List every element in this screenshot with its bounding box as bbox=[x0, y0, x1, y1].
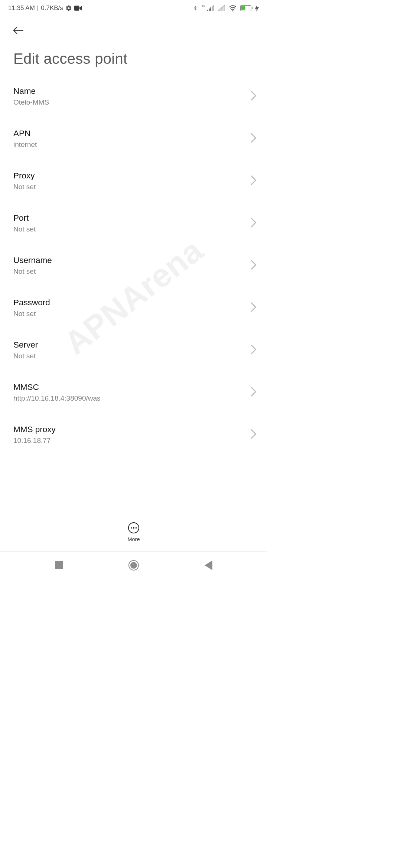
battery-icon: 38 bbox=[240, 5, 251, 11]
more-label: More bbox=[127, 536, 140, 542]
header-row bbox=[0, 15, 267, 39]
wifi-icon bbox=[229, 5, 237, 11]
chevron-right-icon bbox=[250, 302, 257, 314]
video-icon bbox=[74, 6, 82, 11]
row-port[interactable]: Port Not set bbox=[0, 202, 267, 244]
status-time: 11:35 AM bbox=[8, 4, 35, 12]
row-username[interactable]: Username Not set bbox=[0, 244, 267, 287]
svg-rect-3 bbox=[210, 7, 211, 11]
row-proxy[interactable]: Proxy Not set bbox=[0, 160, 267, 202]
back-arrow-icon[interactable] bbox=[11, 33, 26, 39]
row-value: Not set bbox=[13, 352, 38, 360]
page-title: Edit access point bbox=[0, 39, 267, 75]
battery-percent: 38 bbox=[242, 6, 245, 10]
svg-point-12 bbox=[232, 10, 234, 11]
row-value: internet bbox=[13, 141, 37, 149]
chevron-right-icon bbox=[250, 344, 257, 356]
signal-sim1-icon bbox=[207, 5, 215, 11]
svg-rect-1 bbox=[207, 10, 208, 11]
row-label: APN bbox=[13, 129, 37, 138]
android-nav-bar bbox=[0, 551, 267, 579]
row-mms-proxy[interactable]: MMS proxy 10.16.18.77 bbox=[0, 414, 267, 448]
row-value: Not set bbox=[13, 183, 36, 191]
svg-rect-4 bbox=[212, 6, 213, 11]
row-name[interactable]: Name Otelo-MMS bbox=[0, 75, 267, 118]
status-bar: 11:35 AM | 0.7KB/s 4G 38 bbox=[0, 0, 267, 15]
row-password[interactable]: Password Not set bbox=[0, 287, 267, 329]
row-label: Username bbox=[13, 256, 52, 265]
row-value: Not set bbox=[13, 267, 52, 276]
row-label: MMS proxy bbox=[13, 425, 56, 434]
chevron-right-icon bbox=[250, 133, 257, 145]
row-label: Proxy bbox=[13, 171, 36, 181]
bluetooth-icon bbox=[193, 4, 198, 12]
chevron-right-icon bbox=[250, 217, 257, 229]
chevron-right-icon bbox=[250, 429, 257, 441]
row-label: Password bbox=[13, 298, 50, 308]
status-separator: | bbox=[37, 4, 39, 12]
nav-back-icon[interactable] bbox=[205, 560, 212, 570]
row-mmsc[interactable]: MMSC http://10.16.18.4:38090/was bbox=[0, 371, 267, 414]
row-server[interactable]: Server Not set bbox=[0, 329, 267, 371]
row-value: 10.16.18.77 bbox=[13, 437, 56, 445]
svg-rect-5 bbox=[213, 5, 214, 11]
network-type-label: 4G bbox=[201, 4, 205, 7]
status-left: 11:35 AM | 0.7KB/s bbox=[8, 4, 82, 12]
status-data-rate: 0.7KB/s bbox=[41, 4, 63, 12]
row-value: http://10.16.18.4:38090/was bbox=[13, 394, 101, 402]
nav-recents-icon[interactable] bbox=[55, 561, 63, 569]
svg-rect-10 bbox=[224, 5, 225, 11]
row-apn[interactable]: APN internet bbox=[0, 118, 267, 160]
row-value: Otelo-MMS bbox=[13, 98, 49, 106]
nav-home-icon[interactable] bbox=[128, 560, 139, 571]
svg-rect-0 bbox=[74, 6, 79, 10]
row-value: Not set bbox=[13, 225, 36, 233]
row-label: Name bbox=[13, 86, 49, 96]
row-label: Port bbox=[13, 213, 36, 223]
row-value: Not set bbox=[13, 310, 50, 318]
settings-list: Name Otelo-MMS APN internet Proxy Not se… bbox=[0, 75, 267, 448]
row-label: Server bbox=[13, 340, 38, 350]
status-right: 4G 38 bbox=[193, 4, 259, 12]
chevron-right-icon bbox=[250, 387, 257, 398]
chevron-right-icon bbox=[250, 260, 257, 272]
more-horizontal-icon bbox=[128, 522, 139, 533]
more-button[interactable]: More bbox=[127, 522, 140, 542]
chevron-right-icon bbox=[250, 91, 257, 102]
charging-icon bbox=[255, 5, 259, 11]
gear-icon bbox=[65, 5, 72, 11]
signal-sim2-icon bbox=[218, 5, 225, 11]
bottom-action-bar: More bbox=[0, 519, 267, 548]
svg-rect-2 bbox=[209, 9, 210, 11]
chevron-right-icon bbox=[250, 175, 257, 187]
row-label: MMSC bbox=[13, 382, 101, 392]
